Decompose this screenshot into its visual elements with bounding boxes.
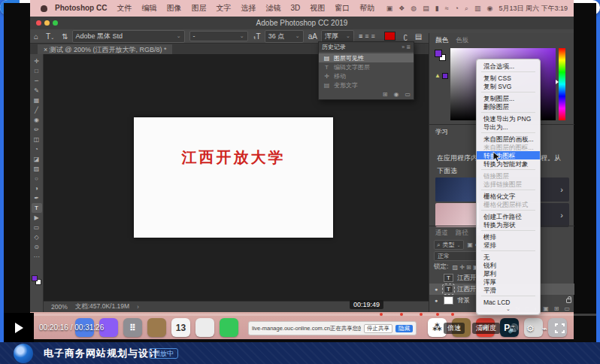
eraser-tool-icon[interactable]: ◪ [32, 154, 42, 164]
canvas-text[interactable]: 江西开放大学 [134, 147, 333, 168]
history-panel-title[interactable]: 历史记录 [322, 43, 346, 51]
menubar-status-icon[interactable]: ⌕ [465, 5, 468, 13]
menubar-status-icon[interactable]: ≈ [445, 5, 449, 12]
blur-tool-icon[interactable]: ○ [32, 174, 42, 184]
context-menu-item[interactable]: 无 [477, 253, 540, 261]
history-item[interactable]: ▤变形文字 [319, 80, 414, 89]
text-orientation-icon[interactable]: ⇅ [62, 32, 68, 41]
menubar-clock[interactable]: 5月13日 周六 下午3:19 [498, 4, 568, 14]
menubar-status-icon[interactable]: ❖ [398, 5, 405, 12]
layers-footer-icon[interactable]: ⊞ [554, 305, 559, 312]
menubar-item[interactable]: 视图 [310, 4, 325, 12]
document-canvas[interactable]: 江西开放大学 [134, 117, 333, 238]
font-family-select[interactable]: Adobe 黑体 Std⌄ [72, 30, 185, 43]
context-menu-item[interactable]: 栅格化文字 [477, 192, 540, 200]
play-button[interactable] [4, 313, 34, 342]
dock-launchpad[interactable]: ⠿ [123, 318, 142, 337]
pen-tool-icon[interactable]: ✒ [32, 193, 42, 203]
tab-paths[interactable]: 路径 [456, 229, 468, 238]
stamp-tool-icon[interactable]: ◫ [32, 135, 42, 144]
history-footer-icon[interactable]: ⊞ [383, 91, 388, 98]
layer-visibility-eye-icon[interactable]: ● [432, 298, 440, 303]
history-brush-tool-icon[interactable]: ◔ [32, 144, 42, 154]
menubar-item[interactable]: 滤镜 [265, 4, 280, 12]
line-switch-icon[interactable]: ⌁ [542, 323, 547, 334]
context-menu-item[interactable]: 复制 SVG [477, 82, 540, 90]
layer-name[interactable]: 背景 [457, 296, 470, 305]
context-menu-item[interactable]: 犀利 [477, 269, 540, 278]
font-size-select[interactable]: 36 点⌄ [265, 30, 304, 43]
menubar-item[interactable]: 3D [290, 4, 300, 12]
context-menu-item[interactable]: 浑厚 [477, 278, 540, 286]
hide-banner-button[interactable]: 隐藏 [395, 325, 413, 332]
context-menu-item[interactable]: 横排 [477, 232, 540, 241]
document-tab[interactable]: × 测试 @ 200% (江西开放大学, RGB/8) * [38, 44, 172, 54]
font-style-select[interactable]: -⌄ [189, 31, 248, 41]
warp-text-icon[interactable]: ʗ [404, 32, 408, 41]
layer-thumbnail[interactable]: T [444, 274, 453, 282]
chevron-right-icon[interactable]: › [560, 185, 563, 194]
align-left-icon[interactable]: ≡ [359, 32, 362, 40]
context-menu-item[interactable]: 创建工作路径 [477, 212, 540, 220]
speed-button[interactable]: 倍速 [444, 323, 465, 334]
tab-channels[interactable]: 通道 [435, 229, 448, 238]
quality-button[interactable]: 清晰度 [472, 323, 500, 334]
history-panel-menu-icon[interactable]: » ≣ [402, 44, 411, 50]
quick-select-tool-icon[interactable]: ✎ [32, 86, 42, 96]
menubar-status-icon[interactable]: ▣ [386, 5, 393, 12]
color-panel-fg-bg[interactable] [435, 50, 447, 62]
menubar-status-icon[interactable]: ▥ [474, 5, 481, 12]
context-menu-item[interactable]: 转换为图框 [477, 151, 540, 159]
hand-tool-icon[interactable]: ◇ [32, 232, 42, 242]
menubar-item[interactable]: 图层 [191, 4, 206, 12]
gradient-tool-icon[interactable]: ▨ [32, 164, 42, 174]
menubar-item[interactable]: 文字 [216, 4, 231, 12]
menu-scroll-more-icon[interactable]: ⌄ [477, 306, 540, 312]
apple-menu-icon[interactable] [41, 5, 47, 12]
text-color-swatch[interactable] [384, 32, 395, 41]
shape-tool-icon[interactable]: ▭ [32, 223, 42, 232]
hue-slider[interactable] [559, 48, 565, 120]
tab-color[interactable]: 颜色 [435, 36, 448, 45]
volume-icon[interactable]: 🔊 [508, 323, 519, 334]
hue-slider-marker[interactable] [556, 80, 559, 84]
menubar-item[interactable]: 图像 [166, 4, 181, 12]
fullscreen-icon[interactable] [555, 323, 565, 333]
stop-sharing-button[interactable]: 停止共享 [364, 324, 392, 333]
menubar-status-icon[interactable]: ◍ [411, 5, 417, 12]
history-item[interactable]: ✛移动 [319, 71, 414, 80]
context-menu-item[interactable]: 复制图层... [477, 94, 540, 102]
layer-visibility-eye-icon[interactable]: ● [432, 287, 440, 292]
menubar-status-icon[interactable]: ◉ [487, 5, 493, 12]
align-center-icon[interactable]: ≡ [365, 32, 368, 40]
context-menu-item[interactable]: Mac LCD [477, 298, 540, 306]
move-tool-icon[interactable]: ✛ [32, 56, 42, 66]
context-menu-item[interactable]: 平滑 [477, 286, 540, 294]
lasso-tool-icon[interactable]: ∽ [32, 76, 42, 86]
history-footer-icon[interactable]: ◉ [393, 91, 398, 98]
lock-icons[interactable]: ▨ ✛ ⊞ ▣ [452, 264, 478, 271]
layer-thumbnail[interactable] [444, 296, 453, 305]
context-menu-item[interactable]: 混合选项... [477, 62, 540, 70]
close-tab-icon[interactable]: × [44, 46, 47, 53]
menubar-status-icon[interactable]: ▮ [435, 5, 439, 12]
context-menu-item[interactable]: 竖排 [477, 241, 540, 249]
zoom-level[interactable]: 200% [51, 303, 68, 311]
context-menu-item[interactable]: 锐利 [477, 261, 540, 269]
more-tools-icon[interactable]: ⋯ [32, 252, 42, 262]
context-menu-item[interactable]: 转换为形状 [477, 220, 540, 229]
context-menu-item[interactable]: 快速导出为 PNG [477, 114, 540, 123]
marquee-tool-icon[interactable]: □ [32, 66, 42, 76]
eyedropper-tool-icon[interactable]: ╱ [32, 105, 42, 115]
zoom-tool-icon[interactable]: ⊙ [32, 242, 42, 252]
path-select-tool-icon[interactable]: ▶ [32, 213, 42, 223]
home-icon[interactable]: ⌂ [34, 32, 38, 41]
menubar-item[interactable]: 选择 [241, 4, 256, 12]
toggle-panels-icon[interactable]: ▤ [415, 32, 422, 41]
layers-footer-icon[interactable]: ▭ [564, 305, 570, 312]
context-menu-item[interactable]: 删除图层 [477, 102, 540, 111]
chevron-right-icon[interactable]: › [560, 211, 563, 220]
tab-learn[interactable]: 学习 [435, 128, 448, 137]
menubar-item[interactable]: Photoshop CC [55, 4, 107, 12]
context-menu-item[interactable]: 导出为... [477, 123, 540, 131]
